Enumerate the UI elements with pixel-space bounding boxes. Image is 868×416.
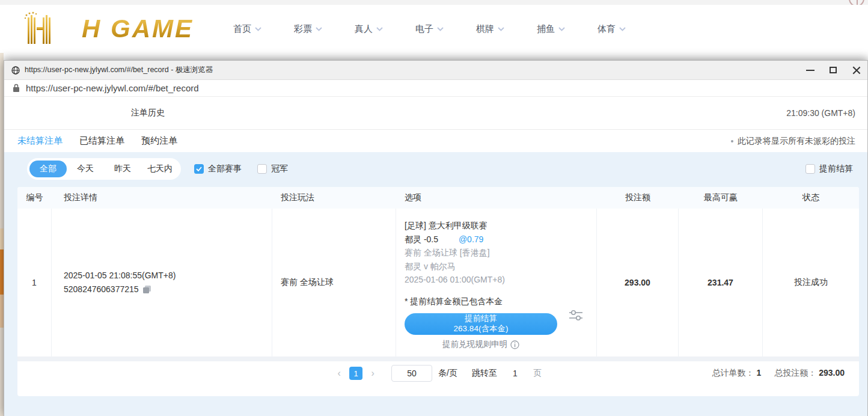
prev-page-icon[interactable]: ‹ (335, 368, 343, 379)
cashout-rules-link[interactable]: 提前兑现规则申明 (405, 338, 557, 352)
chevron-down-icon (255, 27, 261, 31)
status-text: 投注成功 (763, 209, 859, 356)
tab-reserved[interactable]: 预约注单 (141, 135, 177, 147)
selection-league: [足球] 意大利甲级联赛 (405, 219, 588, 233)
page-unit-label: 页 (533, 368, 542, 379)
per-page-label: 条/页 (438, 368, 457, 379)
jump-to-label: 跳转至 (472, 368, 497, 379)
early-settle-checkbox[interactable]: 提前结算 (805, 164, 853, 174)
maximize-icon (830, 67, 837, 73)
nav-item-cards[interactable]: 棋牌 (476, 23, 504, 35)
total-count-label: 总计单数： (712, 368, 754, 378)
jump-page-input[interactable] (503, 365, 527, 382)
row-separator (17, 356, 859, 361)
page-title: 注单历史 (131, 108, 165, 118)
chevron-down-icon (619, 27, 626, 31)
checkbox-checked-icon (194, 164, 204, 174)
logo-text: H GAME (82, 14, 194, 43)
bet-id: 5208247606377215 (64, 283, 139, 296)
cashout-note: * 提前结算金额已包含本金 (405, 295, 588, 308)
pill-today[interactable]: 今天 (67, 161, 104, 177)
all-events-checkbox[interactable]: 全部赛事 (194, 164, 242, 174)
address-url: https://user-pc-new.jylywl.com/#/bet_rec… (26, 83, 199, 93)
col-header-selection: 选项 (396, 192, 597, 203)
nav-item-slots[interactable]: 电子 (415, 23, 444, 35)
nav-item-home[interactable]: 首页 (233, 23, 261, 35)
selection-market: 赛前 全场让球 [香港盘] (405, 246, 588, 260)
clock: 21:09:30 (GMT+8) (786, 108, 855, 118)
cashout-button[interactable]: 提前结算 263.84(含本金) (405, 313, 557, 335)
total-stake-value: 293.00 (819, 368, 845, 378)
copy-icon[interactable] (142, 285, 151, 294)
sliders-icon[interactable] (568, 307, 584, 327)
page-header: 注单历史 21:09:30 (GMT+8) (4, 97, 867, 129)
pill-yesterday[interactable]: 昨天 (104, 161, 141, 177)
close-icon (852, 66, 860, 74)
bet-table-card: 编号 投注详情 投注玩法 选项 投注额 最高可赢 状态 1 2025-01-05… (17, 187, 859, 396)
pill-all[interactable]: 全部 (29, 161, 67, 177)
notice: 此记录将显示所有未派彩的投注 (731, 136, 855, 147)
page-number-button[interactable]: 1 (349, 367, 362, 380)
col-header-play: 投注玩法 (272, 192, 396, 203)
pagination-controls: ‹ 1 › 条/页 跳转至 页 (335, 365, 542, 382)
stake-amount: 293.00 (597, 209, 679, 356)
nav-item-live[interactable]: 真人 (355, 23, 383, 35)
filter-row: 全部 今天 昨天 七天内 全部赛事 冠军 提前结算 (4, 152, 867, 180)
pagination-row: ‹ 1 › 条/页 跳转至 页 总计单数：1 总投注额：293.00 (17, 361, 859, 385)
next-page-icon[interactable]: › (368, 368, 377, 379)
chevron-down-icon (316, 27, 322, 31)
selection-match-time: 2025-01-06 01:00(GMT+8) (405, 273, 588, 287)
bet-time: 2025-01-05 21:08:55(GMT+8) (64, 269, 176, 283)
window-title: https://user-pc-new.jylywl.com/#/bet_rec… (25, 65, 213, 75)
tabs-row: 未结算注单 已结算注单 预约注单 此记录将显示所有未派彩的投注 (4, 129, 867, 152)
nav-item-lottery[interactable]: 彩票 (294, 23, 322, 35)
selection-cell: [足球] 意大利甲级联赛 都灵 -0.5 @0.79 赛前 全场让球 [香港盘]… (396, 209, 597, 356)
selection-pick: 都灵 -0.5 (405, 234, 438, 244)
col-header-detail: 投注详情 (52, 192, 272, 203)
tab-settled[interactable]: 已结算注单 (79, 135, 124, 147)
globe-icon (11, 66, 20, 75)
site-header: H GAME 首页 彩票 真人 电子 棋牌 (0, 5, 868, 53)
tab-unsettled[interactable]: 未结算注单 (17, 135, 63, 147)
screen: H GAME 首页 彩票 真人 电子 棋牌 (0, 0, 868, 416)
col-header-status: 状态 (763, 192, 859, 203)
chevron-down-icon (498, 27, 504, 31)
selection-match: 都灵 v 帕尔马 (405, 260, 588, 274)
date-range-pills: 全部 今天 昨天 七天内 (27, 158, 181, 180)
total-stake-label: 总投注额： (774, 368, 816, 378)
nav-item-sports[interactable]: 体育 (598, 23, 626, 35)
col-header-stake: 投注额 (597, 192, 679, 203)
checkbox-unchecked-icon (805, 164, 815, 174)
minimize-icon (806, 70, 815, 71)
content-area: 全部 今天 昨天 七天内 全部赛事 冠军 提前结算 (4, 152, 867, 416)
chevron-down-icon (376, 27, 383, 31)
bullet-dot-icon (731, 140, 733, 142)
col-header-no: 编号 (17, 192, 52, 203)
window-titlebar[interactable]: https://user-pc-new.jylywl.com/#/bet_rec… (4, 61, 867, 80)
info-icon (510, 340, 519, 349)
window-controls (799, 61, 867, 79)
browser-window: https://user-pc-new.jylywl.com/#/bet_rec… (4, 60, 868, 416)
selection-odds: @0.79 (459, 234, 483, 244)
page-size-input[interactable] (391, 365, 432, 382)
checkbox-unchecked-icon (257, 164, 267, 174)
play-type: 赛前 全场让球 (272, 209, 396, 356)
close-button[interactable] (845, 61, 867, 79)
main-nav: 首页 彩票 真人 电子 棋牌 捕鱼 (233, 23, 626, 35)
address-bar[interactable]: https://user-pc-new.jylywl.com/#/bet_rec… (4, 80, 867, 97)
site-logo[interactable]: H GAME (20, 11, 194, 46)
pill-seven-days[interactable]: 七天内 (141, 161, 179, 177)
total-count-value: 1 (756, 368, 761, 378)
nav-item-fishing[interactable]: 捕鱼 (537, 23, 565, 35)
maximize-button[interactable] (822, 61, 845, 79)
top-strip (0, 0, 868, 5)
chevron-down-icon (558, 27, 565, 31)
champion-checkbox[interactable]: 冠军 (257, 164, 288, 174)
lock-icon (13, 84, 20, 93)
col-header-max-win: 最高可赢 (679, 192, 763, 203)
logo-bars-icon (20, 11, 78, 46)
bet-detail-cell: 2025-01-05 21:08:55(GMT+8) 5208247606377… (52, 209, 272, 356)
chevron-down-icon (437, 27, 444, 31)
minimize-button[interactable] (799, 61, 822, 79)
max-win-amount: 231.47 (679, 209, 763, 356)
